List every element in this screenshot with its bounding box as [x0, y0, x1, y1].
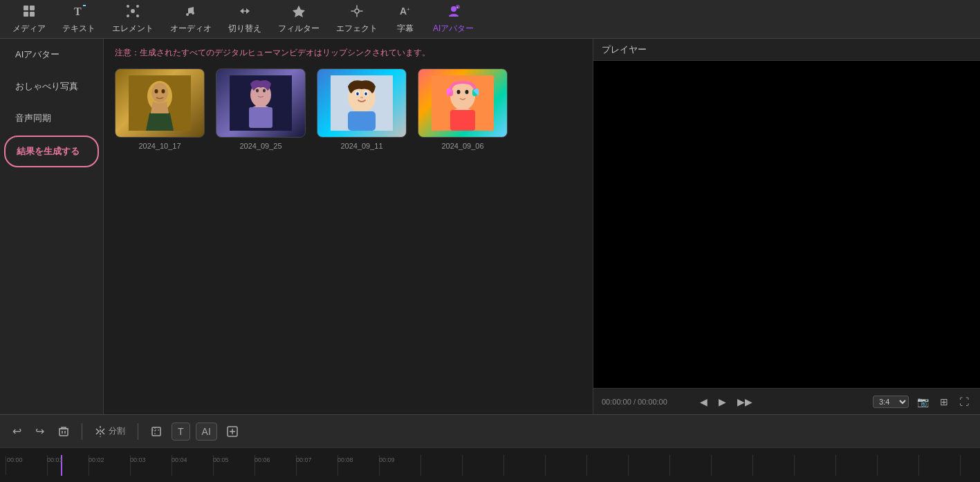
- player-screen: [593, 61, 980, 388]
- svg-point-11: [186, 13, 189, 16]
- main-area: AIアバター おしゃべり写真 音声同期 結果を生成する 注意：生成されたすべての…: [0, 39, 980, 414]
- player-next-btn[interactable]: ▶▶: [734, 395, 755, 409]
- svg-rect-2: [24, 12, 28, 17]
- left-sidebar: AIアバター おしゃべり写真 音声同期 結果を生成する: [0, 39, 104, 414]
- caption-icon: A +: [398, 4, 412, 20]
- thumb-img-2: [216, 68, 306, 138]
- svg-point-38: [357, 93, 358, 95]
- thumbnails-grid: 2024_10_17 20: [115, 68, 582, 150]
- divider-1: [82, 423, 82, 440]
- content-area: 注意：生成されたすべてのデジタルヒューマンビデオはリップシンクされています。: [104, 39, 593, 414]
- fullscreen-btn[interactable]: ⛶: [956, 395, 972, 409]
- svg-point-39: [365, 93, 367, 95]
- svg-point-14: [355, 9, 359, 13]
- element-label: エレメント: [112, 23, 154, 35]
- svg-text:+: +: [407, 6, 410, 12]
- undo-btn[interactable]: ↩: [8, 422, 26, 441]
- add-btn[interactable]: [223, 423, 242, 440]
- bottom-toolbar: ↩ ↪ 分割 T AI: [0, 414, 980, 447]
- svg-rect-3: [30, 12, 35, 17]
- svg-point-44: [454, 84, 472, 103]
- player-area: プレイヤー 00:00:00 / 00:00:00 ◀ ▶ ▶▶ 3:4 1:1…: [593, 39, 980, 414]
- svg-point-24: [162, 89, 165, 93]
- delete-btn[interactable]: [54, 423, 73, 440]
- thumbnail-3[interactable]: 2024_09_11: [317, 68, 407, 150]
- thumbnail-1[interactable]: 2024_10_17: [115, 68, 205, 150]
- transition-icon: [238, 4, 252, 20]
- thumbnail-4[interactable]: 2024_09_06: [418, 68, 508, 150]
- player-title: プレイヤー: [593, 39, 980, 61]
- thumb-img-4: [418, 68, 508, 138]
- notice-text: 注意：生成されたすべてのデジタルヒューマンビデオはリップシンクされています。: [115, 47, 582, 59]
- media-icon: [22, 4, 36, 20]
- toolbar-effect[interactable]: エフェクト: [329, 1, 385, 37]
- top-toolbar: メディア T テキスト エレメント: [0, 0, 980, 39]
- redo-btn[interactable]: ↪: [31, 422, 48, 441]
- svg-rect-1: [30, 6, 35, 10]
- ai-avatar-label: AIアバター: [433, 23, 474, 35]
- svg-rect-30: [249, 107, 272, 128]
- svg-point-29: [263, 89, 266, 93]
- text-icon: T: [72, 4, 86, 20]
- svg-point-23: [155, 89, 158, 93]
- toolbar-ai-avatar[interactable]: + AIアバター: [426, 1, 481, 37]
- toolbar-text[interactable]: T テキスト: [55, 1, 102, 37]
- svg-text:A: A: [400, 6, 407, 17]
- svg-point-22: [151, 83, 168, 102]
- toolbar-transition[interactable]: 切り替え: [221, 1, 268, 37]
- text-icon-btn[interactable]: T: [172, 423, 190, 441]
- player-controls: 00:00:00 / 00:00:00 ◀ ▶ ▶▶ 3:4 1:1 16:9 …: [593, 388, 980, 414]
- player-time: 00:00:00 / 00:00:00: [602, 398, 692, 406]
- ratio-select[interactable]: 3:4 1:1 16:9 9:16: [873, 396, 909, 408]
- toolbar-element[interactable]: エレメント: [105, 1, 160, 37]
- svg-rect-49: [450, 110, 475, 131]
- split-label: 分割: [109, 425, 125, 437]
- sidebar-item-ai-avatar[interactable]: AIアバター: [4, 40, 99, 69]
- ai-avatar-icon: +: [447, 4, 461, 20]
- sidebar-item-generate-result[interactable]: 結果を生成する: [4, 136, 99, 167]
- svg-point-17: [451, 6, 456, 12]
- toolbar-media[interactable]: メディア: [6, 1, 53, 37]
- sidebar-item-talking-photo[interactable]: おしゃべり写真: [4, 72, 99, 101]
- svg-rect-55: [152, 427, 160, 436]
- thumb-label-4: 2024_09_06: [441, 142, 483, 150]
- text-label: テキスト: [62, 23, 95, 35]
- svg-point-46: [465, 90, 469, 94]
- split-btn[interactable]: 分割: [91, 423, 129, 440]
- timeline-area: 00:00 00:01 00:02 00:03 00:04 00:05 00:0…: [0, 447, 980, 482]
- filter-icon: [292, 4, 306, 20]
- filter-label: フィルター: [278, 23, 320, 35]
- crop-btn[interactable]: ⊞: [937, 395, 951, 409]
- thumbnail-2[interactable]: 2024_09_25: [216, 68, 306, 150]
- divider-2: [138, 423, 138, 440]
- player-prev-btn[interactable]: ◀: [697, 395, 710, 409]
- thumb-label-3: 2024_09_11: [340, 142, 382, 150]
- ai-icon-btn[interactable]: AI: [196, 423, 217, 441]
- svg-point-45: [457, 90, 461, 94]
- transition-label: 切り替え: [228, 23, 261, 35]
- svg-text:+: +: [456, 5, 459, 9]
- svg-text:T: T: [74, 6, 82, 17]
- media-label: メディア: [12, 23, 46, 35]
- effect-icon: [350, 4, 364, 20]
- thumb-img-3: [317, 68, 407, 138]
- player-ratio-controls: 3:4 1:1 16:9 9:16 📷 ⊞ ⛶: [873, 395, 972, 409]
- toolbar-filter[interactable]: フィルター: [271, 1, 326, 37]
- svg-point-9: [127, 15, 129, 17]
- toolbar-audio[interactable]: オーディオ: [163, 1, 219, 37]
- svg-point-7: [127, 5, 129, 8]
- snapshot-btn[interactable]: 📷: [914, 395, 932, 409]
- player-play-btn[interactable]: ▶: [716, 395, 729, 409]
- sidebar-item-voice-sync[interactable]: 音声同期: [4, 104, 99, 133]
- svg-point-12: [192, 12, 194, 15]
- svg-point-28: [256, 89, 259, 93]
- svg-point-6: [131, 9, 135, 13]
- svg-point-40: [360, 97, 363, 99]
- crop-btn-bottom[interactable]: [147, 423, 166, 440]
- caption-label: 字幕: [397, 23, 414, 35]
- timeline-ruler[interactable]: 00:00 00:01 00:02 00:03 00:04 00:05 00:0…: [6, 455, 974, 476]
- toolbar-caption[interactable]: A + 字幕: [387, 1, 423, 37]
- svg-point-8: [136, 5, 139, 8]
- thumb-img-1: [115, 68, 205, 138]
- notice-label: 注意：生成されたすべてのデジタルヒューマンビデオはリップシンクされています。: [115, 48, 430, 57]
